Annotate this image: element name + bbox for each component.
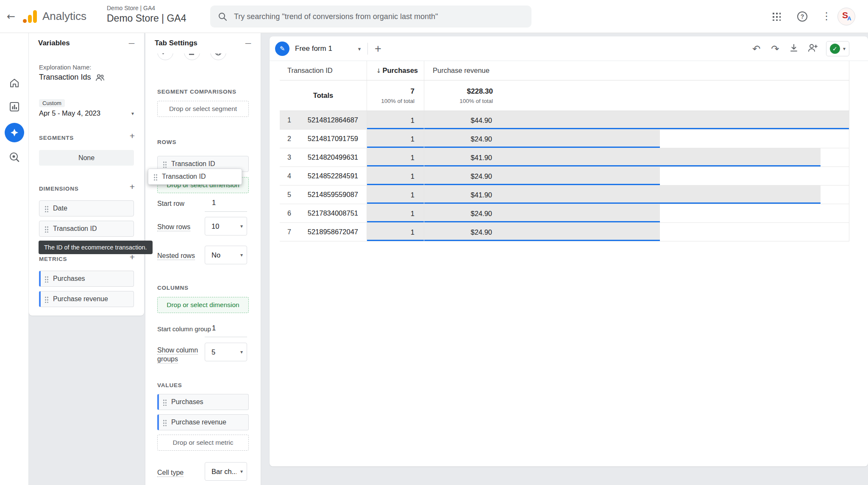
table-row[interactable]: 1 5214812864687 1 $44.90 (280, 111, 849, 130)
purchases-cell: 1 (367, 130, 424, 148)
metric-chip-purchase-revenue[interactable]: Purchase revenue (39, 291, 134, 307)
purchases-cell: 1 (367, 223, 424, 241)
home-icon[interactable] (8, 77, 20, 89)
property-selector[interactable]: Demo Store | GA4 Demo Store | GA4 (107, 5, 186, 24)
totals-purchases-subtext: 100% of total (381, 98, 415, 104)
cell-type-select[interactable]: Bar ch... ▾ (205, 462, 247, 481)
show-column-groups-select[interactable]: 5 ▾ (205, 343, 247, 361)
drag-handle-icon (45, 296, 48, 303)
avatar[interactable]: S A (837, 8, 855, 25)
nested-rows-select[interactable]: No ▾ (205, 246, 247, 264)
drag-handle-icon (45, 225, 48, 233)
purchases-cell: 1 (367, 111, 424, 129)
dimension-chip-date[interactable]: Date (39, 200, 134, 216)
table-row[interactable]: 5 5214859559087 1 $41.90 (280, 186, 849, 204)
values-metric-drop-zone[interactable]: Drop or select metric (157, 435, 249, 451)
tab-free-form-1[interactable]: ✎ Free form 1 ▾ (275, 36, 361, 61)
show-rows-select[interactable]: 10 ▾ (205, 217, 247, 236)
revenue-cell: $24.90 (424, 130, 849, 148)
transaction-id-value: 5214812864687 (308, 116, 358, 124)
table-row[interactable]: 2 5214817091759 1 $24.90 (280, 130, 849, 148)
cell-type-label: Cell type (157, 468, 203, 477)
chevron-down-icon[interactable]: ▾ (843, 46, 846, 52)
start-row-value: 1 (212, 199, 216, 207)
exploration-name[interactable]: Transaction Ids (39, 73, 134, 82)
totals-label: Totals (280, 80, 367, 111)
search-bar[interactable] (210, 6, 531, 28)
revenue-value: $24.90 (424, 135, 492, 143)
transaction-id-value: 5218958672047 (308, 228, 358, 236)
undo-icon[interactable]: ↶ (751, 43, 762, 55)
table-row[interactable]: 6 5217834008751 1 $24.90 (280, 204, 849, 223)
segment-drop-zone[interactable]: Drop or select segment (157, 101, 249, 117)
metric-chip-purchases[interactable]: Purchases (39, 271, 134, 287)
tab-label: Free form 1 (295, 44, 332, 53)
show-column-groups-label: Show column groups (157, 346, 203, 363)
chevron-down-icon: ▾ (240, 223, 243, 229)
header-purchase-revenue[interactable]: Purchase revenue (424, 61, 849, 80)
add-tab-button[interactable]: + (375, 42, 381, 55)
collapse-tab-settings-button[interactable]: — (245, 39, 251, 47)
values-chip-purchase-revenue[interactable]: Purchase revenue (157, 414, 249, 430)
revenue-cell: $24.90 (424, 223, 849, 241)
metrics-section-label: METRICS (39, 256, 67, 262)
values-chip-purchases[interactable]: Purchases (157, 394, 249, 410)
header-purchases-sorted[interactable]: ↓ Purchases (367, 61, 424, 80)
explore-icon-selected[interactable] (5, 123, 24, 142)
dimension-chip-transaction-id[interactable]: Transaction ID (39, 221, 134, 237)
share-users-icon[interactable] (807, 43, 818, 55)
purchases-value: 1 (411, 135, 415, 143)
add-dimension-button[interactable]: + (130, 183, 135, 191)
start-row-input[interactable]: 1 (205, 194, 247, 212)
avatar-secondary: A (847, 15, 851, 22)
row-index: 6 (287, 210, 291, 217)
table-body: 1 5214812864687 1 $44.90 2 5214817091759… (280, 111, 849, 241)
values-chip-label: Purchases (171, 398, 203, 406)
revenue-value: $24.90 (424, 209, 492, 217)
reports-icon[interactable] (8, 101, 20, 113)
purchases-bar (367, 111, 424, 129)
chevron-down-icon: ▾ (131, 111, 134, 116)
help-icon[interactable]: ? (797, 11, 807, 22)
chevron-down-icon[interactable]: ▾ (358, 46, 361, 52)
add-segment-button[interactable]: + (130, 132, 135, 140)
purchases-cell: 1 (367, 204, 424, 222)
header-transaction-id[interactable]: Transaction ID (280, 61, 367, 80)
more-vert-icon[interactable]: ⋮ (821, 10, 832, 22)
dragged-dimension-chip[interactable]: Transaction ID (148, 169, 242, 185)
drag-handle-icon (45, 275, 48, 283)
search-input[interactable] (234, 12, 524, 21)
purchases-bar (367, 130, 424, 148)
apps-grid-icon[interactable] (771, 11, 781, 21)
columns-drop-label: Drop or select dimension (167, 301, 239, 309)
table-row[interactable]: 4 5214852284591 1 $24.90 (280, 167, 849, 186)
purchases-value: 1 (411, 172, 415, 180)
chevron-down-icon: ▾ (240, 468, 243, 474)
add-metric-button[interactable]: + (130, 253, 135, 261)
segments-empty-item[interactable]: None (39, 150, 134, 166)
purchases-bar (367, 186, 424, 204)
table-row[interactable]: 7 5218958672047 1 $24.90 (280, 223, 849, 241)
table-row[interactable]: 3 5214820499631 1 $41.90 (280, 148, 849, 167)
people-icon (95, 73, 105, 82)
drag-handle-icon (163, 399, 167, 406)
drag-handle-icon (153, 173, 157, 180)
advertising-icon[interactable] (8, 151, 20, 163)
redo-icon[interactable]: ↷ (770, 43, 780, 55)
segments-section-label: SEGMENTS (39, 135, 74, 141)
values-drop-label: Drop or select metric (173, 439, 234, 446)
top-app-bar: ← Analytics Demo Store | GA4 Demo Store … (0, 0, 868, 33)
revenue-cell: $24.90 (424, 204, 849, 222)
values-chip-label: Purchase revenue (171, 418, 226, 426)
back-arrow-icon[interactable]: ← (3, 10, 19, 23)
columns-dimension-drop-zone[interactable]: Drop or select dimension (157, 297, 249, 313)
start-column-group-input[interactable]: 1 (205, 319, 247, 337)
download-icon[interactable] (789, 43, 799, 55)
apply-status-button[interactable]: ✓ ▾ (826, 41, 849, 56)
start-row-label: Start row (157, 199, 203, 208)
transaction-id-value: 5214820499631 (308, 153, 358, 161)
chevron-down-icon: ▾ (240, 252, 243, 258)
collapse-variables-button[interactable]: — (128, 39, 135, 47)
row-index: 4 (287, 172, 291, 180)
date-range-selector[interactable]: Apr 5 - May 4, 2023 ▾ (39, 109, 134, 117)
